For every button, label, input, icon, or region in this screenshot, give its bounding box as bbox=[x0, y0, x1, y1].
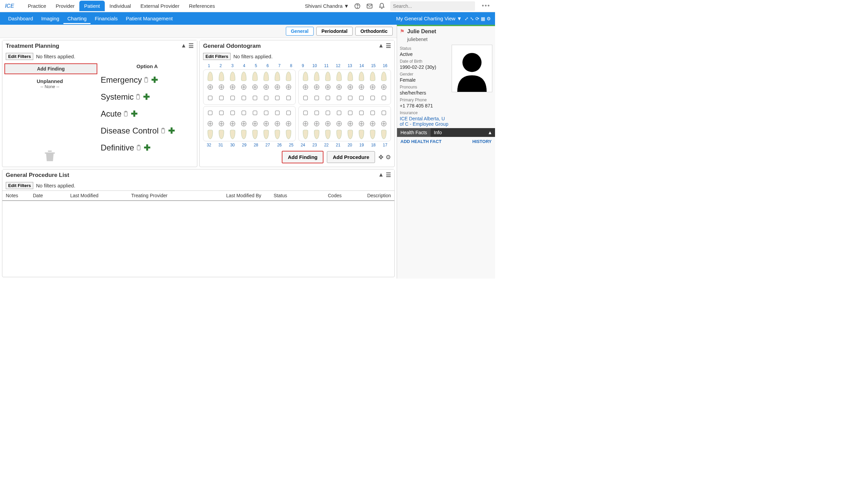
tooth-number[interactable]: 31 bbox=[217, 143, 225, 147]
tooth-number[interactable]: 20 bbox=[346, 143, 354, 147]
more-icon[interactable]: ••• bbox=[480, 2, 492, 9]
tooth-icon[interactable] bbox=[285, 71, 292, 81]
surface-box-icon[interactable] bbox=[380, 93, 388, 103]
tooth-number[interactable]: 8 bbox=[287, 63, 295, 68]
tooth-number[interactable]: 21 bbox=[334, 143, 342, 147]
tooth-icon[interactable] bbox=[324, 71, 332, 81]
surface-box-icon[interactable] bbox=[369, 93, 376, 103]
view-tab-periodontal[interactable]: Periodontal bbox=[316, 27, 353, 36]
occlusal-icon[interactable] bbox=[285, 119, 292, 129]
tooth-icon[interactable] bbox=[240, 71, 248, 81]
occlusal-icon[interactable] bbox=[285, 82, 292, 92]
add-phase-icon[interactable]: ✚ bbox=[131, 109, 138, 119]
gear-icon[interactable]: ⚙ bbox=[487, 16, 491, 21]
expand-icon[interactable]: ⤢ bbox=[465, 16, 469, 21]
surface-box-icon[interactable] bbox=[285, 108, 292, 118]
grid-icon[interactable]: ▦ bbox=[481, 16, 485, 21]
occlusal-icon[interactable] bbox=[347, 119, 354, 129]
nav-individual[interactable]: Individual bbox=[105, 1, 136, 11]
flag-icon[interactable]: ⚑ bbox=[400, 28, 405, 35]
clipboard-icon[interactable] bbox=[143, 76, 149, 84]
insurance-link[interactable]: ICE Dental Alberta, U of C - Employee Gr… bbox=[400, 116, 449, 127]
tooth-icon[interactable] bbox=[262, 71, 270, 81]
tooth-icon[interactable] bbox=[313, 129, 320, 140]
tp-edit-filters-button[interactable]: Edit Filters bbox=[6, 53, 33, 60]
collapse-up-icon[interactable]: ▲ bbox=[378, 171, 384, 179]
tooth-icon[interactable] bbox=[285, 129, 292, 140]
odo-edit-filters-button[interactable]: Edit Filters bbox=[203, 53, 231, 60]
help-icon[interactable] bbox=[354, 2, 361, 10]
surface-box-icon[interactable] bbox=[285, 93, 292, 103]
occlusal-icon[interactable] bbox=[262, 82, 270, 92]
surface-box-icon[interactable] bbox=[347, 108, 354, 118]
collapse-up-icon[interactable]: ▲ bbox=[485, 128, 495, 137]
add-health-fact-link[interactable]: ADD HEALTH FACT bbox=[400, 139, 441, 144]
tooth-number[interactable]: 5 bbox=[252, 63, 260, 68]
clipboard-icon[interactable] bbox=[136, 144, 142, 151]
tooth-icon[interactable] bbox=[335, 71, 343, 81]
add-phase-icon[interactable]: ✚ bbox=[151, 75, 158, 85]
tooth-icon[interactable] bbox=[358, 129, 365, 140]
occlusal-icon[interactable] bbox=[240, 119, 248, 129]
tooth-icon[interactable] bbox=[229, 129, 236, 140]
tooth-number[interactable]: 2 bbox=[217, 63, 225, 68]
surface-box-icon[interactable] bbox=[274, 93, 281, 103]
clipboard-icon[interactable] bbox=[160, 127, 166, 135]
tooth-number[interactable]: 7 bbox=[275, 63, 283, 68]
tooth-number[interactable]: 18 bbox=[369, 143, 377, 147]
tooth-icon[interactable] bbox=[218, 71, 225, 81]
occlusal-icon[interactable] bbox=[369, 119, 376, 129]
tooth-number[interactable]: 22 bbox=[322, 143, 331, 147]
clipboard-icon[interactable] bbox=[135, 93, 141, 101]
surface-box-icon[interactable] bbox=[251, 93, 259, 103]
tooth-icon[interactable] bbox=[335, 129, 343, 140]
collapse-up-icon[interactable]: ▲ bbox=[378, 42, 384, 49]
surface-box-icon[interactable] bbox=[240, 93, 248, 103]
tooth-icon[interactable] bbox=[347, 129, 354, 140]
occlusal-icon[interactable] bbox=[369, 82, 376, 92]
odo-add-finding-button[interactable]: Add Finding bbox=[282, 151, 323, 163]
subnav-financials[interactable]: Financials bbox=[91, 13, 122, 24]
tooth-icon[interactable] bbox=[302, 71, 309, 81]
tooth-number[interactable]: 3 bbox=[229, 63, 237, 68]
tooth-number[interactable]: 10 bbox=[311, 63, 319, 68]
subnav-patient-management[interactable]: Patient Management bbox=[122, 13, 177, 24]
tooth-number[interactable]: 28 bbox=[252, 143, 260, 147]
occlusal-icon[interactable] bbox=[251, 119, 259, 129]
subnav-dashboard[interactable]: Dashboard bbox=[4, 13, 37, 24]
col-treating-provider[interactable]: Treating Provider bbox=[131, 193, 226, 198]
menu-icon[interactable]: ☰ bbox=[386, 42, 391, 49]
tooth-number[interactable]: 19 bbox=[357, 143, 366, 147]
surface-box-icon[interactable] bbox=[218, 93, 225, 103]
view-tab-general[interactable]: General bbox=[286, 27, 314, 36]
occlusal-icon[interactable] bbox=[324, 119, 332, 129]
occlusal-icon[interactable] bbox=[335, 82, 343, 92]
search-input[interactable] bbox=[390, 1, 475, 11]
tooth-icon[interactable] bbox=[324, 129, 332, 140]
occlusal-icon[interactable] bbox=[218, 82, 225, 92]
tooth-icon[interactable] bbox=[369, 71, 376, 81]
occlusal-icon[interactable] bbox=[313, 82, 320, 92]
nav-references[interactable]: References bbox=[184, 1, 220, 11]
surface-box-icon[interactable] bbox=[229, 108, 236, 118]
col-codes[interactable]: Codes bbox=[328, 193, 358, 198]
tooth-number[interactable]: 4 bbox=[240, 63, 248, 68]
surface-box-icon[interactable] bbox=[262, 108, 270, 118]
occlusal-icon[interactable] bbox=[358, 119, 365, 129]
occlusal-icon[interactable] bbox=[218, 119, 225, 129]
bell-icon[interactable] bbox=[378, 2, 386, 10]
occlusal-icon[interactable] bbox=[313, 119, 320, 129]
surface-box-icon[interactable] bbox=[240, 108, 248, 118]
surface-box-icon[interactable] bbox=[369, 108, 376, 118]
tooth-number[interactable]: 16 bbox=[381, 63, 389, 68]
tooth-icon[interactable] bbox=[218, 129, 225, 140]
nav-provider[interactable]: Provider bbox=[51, 1, 79, 11]
col-status[interactable]: Status bbox=[274, 193, 328, 198]
odo-add-procedure-button[interactable]: Add Procedure bbox=[327, 151, 375, 163]
tooth-icon[interactable] bbox=[313, 71, 320, 81]
nav-patient[interactable]: Patient bbox=[79, 1, 105, 11]
occlusal-icon[interactable] bbox=[274, 119, 281, 129]
refresh-icon[interactable]: ⟳ bbox=[475, 16, 479, 21]
surface-box-icon[interactable] bbox=[324, 108, 332, 118]
tooth-number[interactable]: 11 bbox=[322, 63, 331, 68]
